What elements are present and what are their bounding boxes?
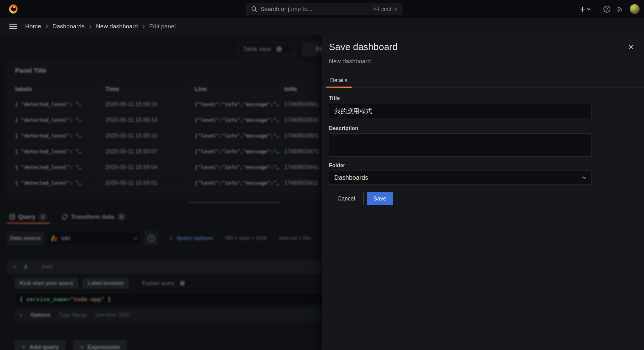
- dashboard-description-input[interactable]: [329, 133, 592, 157]
- cancel-button[interactable]: Cancel: [329, 192, 364, 205]
- chevron-down-icon: [587, 8, 591, 10]
- save-button[interactable]: Save: [367, 192, 393, 205]
- breadcrumb: Home Dashboards New dashboard Edit panel: [25, 23, 176, 30]
- hamburger-icon: [9, 24, 17, 29]
- grafana-logo-icon[interactable]: [8, 4, 19, 14]
- news-button[interactable]: [617, 6, 624, 13]
- tab-details[interactable]: Details: [326, 73, 352, 88]
- folder-field-label: Folder: [329, 162, 345, 169]
- rss-icon: [617, 6, 624, 13]
- help-icon: ?: [603, 6, 610, 13]
- close-icon: [628, 44, 634, 50]
- description-field-label: Description: [329, 125, 358, 132]
- folder-select[interactable]: Dashboards: [329, 171, 592, 184]
- keyboard-icon: [372, 7, 379, 11]
- drawer-tabbar: Details: [322, 73, 644, 88]
- add-new-button[interactable]: [579, 6, 591, 12]
- breadcrumb-home[interactable]: Home: [25, 23, 41, 30]
- breadcrumb-edit-panel: Edit panel: [149, 23, 176, 30]
- close-drawer-button[interactable]: [626, 42, 636, 52]
- help-button[interactable]: ?: [603, 6, 610, 13]
- breadcrumb-dashboards[interactable]: Dashboards: [53, 23, 85, 30]
- save-dashboard-drawer: Save dashboard New dashboard Details Tit…: [322, 35, 644, 350]
- title-field-label: Title: [329, 95, 340, 101]
- top-nav: Search or jump to... cmd+k ?: [0, 0, 644, 18]
- plus-icon: [579, 6, 586, 12]
- search-input[interactable]: Search or jump to... cmd+k: [247, 3, 402, 15]
- drawer-actions: Cancel Save: [329, 192, 393, 205]
- chevron-down-icon: [582, 176, 586, 179]
- chevron-right-icon: [89, 25, 92, 29]
- breadcrumb-bar: Home Dashboards New dashboard Edit panel: [0, 18, 644, 35]
- drawer-subtitle: New dashboard: [329, 58, 371, 65]
- search-shortcut: cmd+k: [372, 6, 397, 12]
- menu-toggle-button[interactable]: [9, 24, 17, 29]
- breadcrumb-new-dashboard[interactable]: New dashboard: [96, 23, 138, 30]
- nav-divider: [597, 5, 597, 13]
- chevron-right-icon: [142, 25, 145, 29]
- user-avatar[interactable]: [630, 4, 640, 14]
- dashboard-title-input[interactable]: [329, 104, 592, 118]
- search-icon: [251, 6, 257, 12]
- drawer-title: Save dashboard: [329, 42, 398, 52]
- chevron-right-icon: [46, 25, 48, 29]
- search-placeholder: Search or jump to...: [260, 6, 372, 13]
